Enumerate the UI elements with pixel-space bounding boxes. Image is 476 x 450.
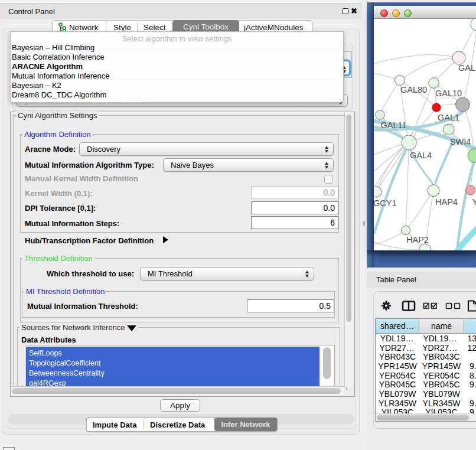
svg-text:GAL4: GAL4	[410, 151, 432, 160]
svg-text:GAL80: GAL80	[400, 85, 427, 94]
svg-text:GAL1: GAL1	[438, 113, 459, 122]
svg-text:GCY1: GCY1	[374, 198, 397, 208]
svg-text:GAL: GAL	[458, 63, 475, 73]
svg-text:GAL10: GAL10	[435, 89, 462, 98]
svg-text:HAP4: HAP4	[435, 197, 458, 207]
svg-text:Y: Y	[472, 197, 476, 207]
svg-text:HAP2: HAP2	[406, 235, 429, 244]
svg-text:GAL11: GAL11	[381, 120, 407, 130]
svg-text:SWI4: SWI4	[450, 137, 471, 146]
